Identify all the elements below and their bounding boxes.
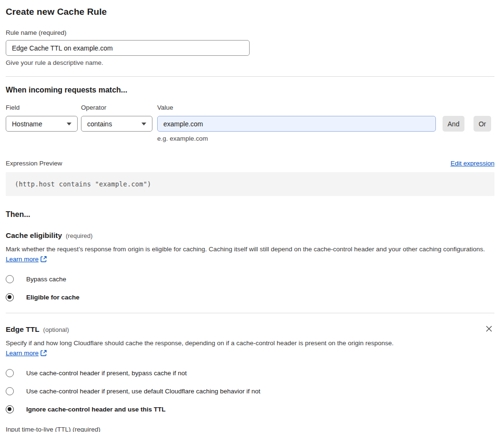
radio-label: Bypass cache [26, 276, 66, 283]
edge-ttl-description-text: Specify if and how long Cloudflare shoul… [6, 339, 393, 347]
radio-icon[interactable] [6, 369, 14, 377]
close-icon [485, 327, 493, 334]
edge-ttl-options: Use cache-control header if present, byp… [6, 369, 494, 413]
expression-section: Expression Preview Edit expression (http… [6, 160, 494, 196]
page-title: Create new Cache Rule [6, 7, 494, 17]
close-edge-ttl-button[interactable] [484, 324, 494, 333]
divider [6, 76, 494, 77]
criteria-row: Field Hostname Operator contains Value A… [6, 104, 494, 132]
cache-eligibility-heading-row: Cache eligibility (required) [6, 231, 494, 240]
radio-option-use-header-default[interactable]: Use cache-control header if present, use… [6, 387, 494, 395]
radio-icon[interactable] [6, 293, 14, 301]
edge-ttl-header-row: Edge TTL (optional) [6, 325, 494, 334]
cache-eligibility-description: Mark whether the request’s response from… [6, 244, 487, 265]
field-column: Field Hostname [6, 104, 78, 132]
rule-name-label: Rule name (required) [6, 29, 494, 36]
rule-name-input[interactable] [6, 40, 250, 56]
caret-down-icon [67, 123, 71, 125]
learn-more-link[interactable]: Learn more [6, 350, 39, 357]
edit-expression-link[interactable]: Edit expression [451, 160, 494, 167]
divider [6, 313, 494, 313]
match-section: When incoming requests match... Field Ho… [6, 86, 494, 142]
field-label: Field [6, 104, 78, 111]
radio-label: Ignore cache-control header and use this… [26, 406, 166, 413]
rule-name-block: Rule name (required) Give your rule a de… [6, 29, 494, 66]
field-select-value: Hostname [12, 120, 42, 128]
rule-name-help: Give your rule a descriptive name. [6, 59, 494, 66]
cache-eligibility-heading: Cache eligibility [6, 231, 62, 240]
value-input[interactable] [157, 116, 436, 132]
cache-eligibility-options: Bypass cache Eligible for cache [6, 275, 494, 301]
required-note: (required) [66, 232, 92, 239]
value-column: Value [157, 104, 436, 132]
value-help: e.g. example.com [157, 135, 494, 142]
radio-label: Eligible for cache [26, 294, 80, 301]
operator-column: Operator contains [81, 104, 152, 132]
radio-icon[interactable] [6, 387, 14, 395]
radio-icon[interactable] [6, 275, 14, 283]
learn-more-link[interactable]: Learn more [6, 256, 39, 263]
then-heading: Then... [6, 210, 494, 219]
radio-option-ignore-header-use-ttl[interactable]: Ignore cache-control header and use this… [6, 405, 494, 413]
external-link-icon [40, 255, 47, 265]
value-label: Value [157, 104, 436, 111]
edge-ttl-description: Specify if and how long Cloudflare shoul… [6, 338, 406, 359]
or-button[interactable]: Or [474, 116, 491, 132]
and-button[interactable]: And [443, 116, 464, 132]
caret-down-icon [141, 123, 146, 125]
operator-select[interactable]: contains [81, 116, 152, 132]
cache-eligibility-description-text: Mark whether the request’s response from… [6, 246, 485, 253]
cache-eligibility-section: Cache eligibility (required) Mark whethe… [6, 231, 494, 301]
radio-option-use-header-bypass[interactable]: Use cache-control header if present, byp… [6, 369, 494, 377]
expression-preview-label: Expression Preview [6, 160, 62, 167]
operator-select-value: contains [87, 120, 112, 128]
match-heading: When incoming requests match... [6, 86, 494, 94]
radio-icon[interactable] [6, 405, 14, 413]
radio-label: Use cache-control header if present, byp… [26, 370, 187, 377]
edge-ttl-section: Edge TTL (optional) Specify if and how l… [6, 325, 494, 432]
radio-option-bypass-cache[interactable]: Bypass cache [6, 275, 494, 283]
radio-option-eligible-for-cache[interactable]: Eligible for cache [6, 293, 494, 301]
field-select[interactable]: Hostname [6, 116, 78, 132]
edge-ttl-heading-row: Edge TTL (optional) [6, 325, 69, 334]
create-cache-rule-form: Create new Cache Rule Rule name (require… [6, 0, 494, 432]
external-link-icon [40, 349, 47, 359]
expression-header: Expression Preview Edit expression [6, 160, 494, 167]
operator-label: Operator [81, 104, 152, 111]
ttl-block: Input time-to-live (TTL) (required) 1 da… [6, 426, 494, 432]
optional-note: (optional) [43, 326, 69, 333]
edge-ttl-heading: Edge TTL [6, 325, 40, 334]
ttl-label: Input time-to-live (TTL) (required) [6, 426, 494, 432]
radio-label: Use cache-control header if present, use… [26, 388, 261, 395]
expression-code: (http.host contains "example.com") [6, 172, 494, 196]
